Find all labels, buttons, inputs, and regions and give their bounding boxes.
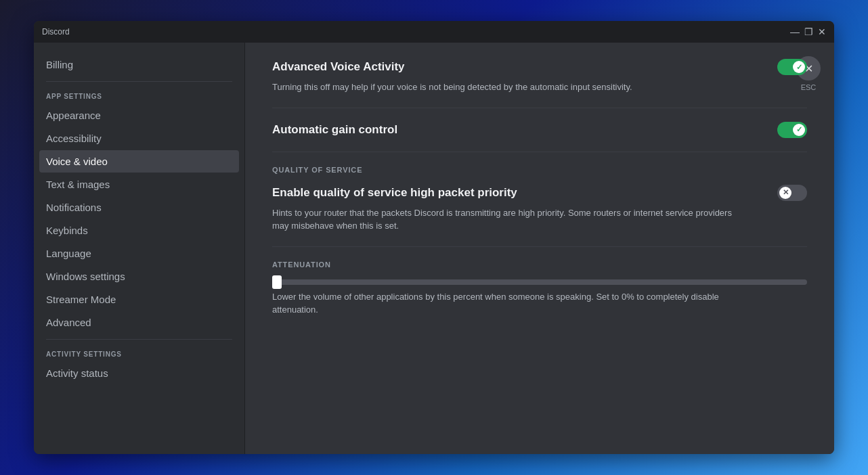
qos-toggle[interactable]: ✕ [777,185,807,201]
title-bar-controls: — ❐ ✕ [791,28,826,36]
maximize-button[interactable]: ❐ [804,28,812,36]
sidebar: Billing APP SETTINGS Appearance Accessib… [34,43,245,454]
sidebar-item-keybinds[interactable]: Keybinds [39,219,239,242]
sidebar-item-text-images[interactable]: Text & images [39,173,239,196]
advanced-voice-activity-title: Advanced Voice Activity [272,60,405,74]
sidebar-item-accessibility[interactable]: Accessibility [39,127,239,150]
title-bar: Discord — ❐ ✕ [34,21,834,43]
sidebar-item-voice-video[interactable]: Voice & video [39,150,239,173]
advanced-voice-activity-section: Advanced Voice Activity ✓ Turning this o… [272,59,807,94]
attenuation-slider-container [272,279,807,285]
minimize-button[interactable]: — [791,28,799,36]
sidebar-item-language[interactable]: Language [39,242,239,265]
qos-row: Enable quality of service high packet pr… [272,185,807,201]
toggle-knob-qos: ✕ [779,187,791,199]
divider-2 [272,152,807,152]
advanced-voice-activity-desc: Turning this off may help if your voice … [272,81,733,94]
attenuation-desc: Lower the volume of other applications b… [272,290,733,317]
automatic-gain-control-toggle[interactable]: ✓ [777,122,807,138]
sidebar-item-notifications[interactable]: Notifications [39,196,239,219]
discord-window: Discord — ❐ ✕ Billing APP SETTINGS Appea… [34,21,834,454]
qos-title: Enable quality of service high packet pr… [272,186,517,200]
qos-desc: Hints to your router that the packets Di… [272,206,733,233]
sidebar-item-billing[interactable]: Billing [39,53,239,76]
sidebar-divider-1 [46,81,232,82]
sidebar-item-appearance[interactable]: Appearance [39,104,239,127]
sidebar-item-activity-status[interactable]: Activity status [39,362,239,384]
automatic-gain-control-row: Automatic gain control ✓ [272,122,807,138]
attenuation-section: ATTENUATION Lower the volume of other ap… [272,261,807,317]
window-body: Billing APP SETTINGS Appearance Accessib… [34,43,834,454]
attenuation-slider-thumb[interactable] [272,275,282,289]
automatic-gain-control-section: Automatic gain control ✓ [272,122,807,138]
attenuation-header: ATTENUATION [272,261,807,269]
automatic-gain-control-title: Automatic gain control [272,123,397,137]
advanced-voice-activity-row: Advanced Voice Activity ✓ [272,59,807,75]
attenuation-slider-track[interactable] [272,279,807,285]
close-button[interactable]: ✕ [818,28,826,36]
esc-label: ESC [801,83,817,91]
title-bar-title: Discord [42,27,70,37]
toggle-knob-agc: ✓ [793,124,805,136]
divider-1 [272,108,807,108]
toggle-knob-ava: ✓ [793,61,805,73]
sidebar-section-app-settings: APP SETTINGS [39,87,239,103]
sidebar-section-activity-settings: ACTIVITY SETTINGS [39,345,239,361]
divider-3 [272,246,807,247]
advanced-voice-activity-toggle[interactable]: ✓ [777,59,807,75]
sidebar-item-advanced[interactable]: Advanced [39,311,239,334]
main-content: ✕ ESC Advanced Voice Activity ✓ Turning … [245,43,834,454]
sidebar-item-streamer-mode[interactable]: Streamer Mode [39,288,239,311]
sidebar-item-windows-settings[interactable]: Windows settings [39,265,239,288]
qos-header: QUALITY OF SERVICE [272,166,807,174]
qos-section: QUALITY OF SERVICE Enable quality of ser… [272,166,807,233]
sidebar-divider-2 [46,339,232,340]
